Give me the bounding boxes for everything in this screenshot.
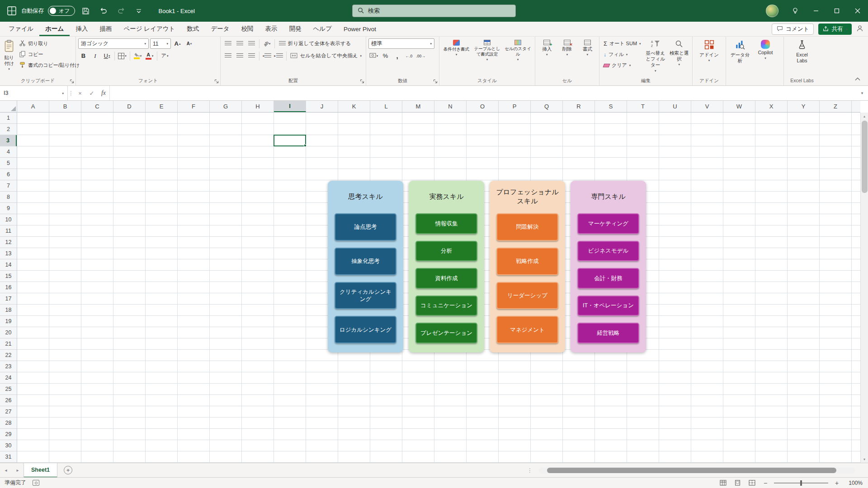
decrease-decimal-button[interactable]: .00→ bbox=[415, 51, 426, 61]
page-layout-view-button[interactable] bbox=[732, 479, 742, 488]
skill-box-specialized-1[interactable]: ビジネスモデル bbox=[577, 241, 639, 262]
underline-button[interactable]: U▾ bbox=[102, 51, 112, 61]
fill-handle[interactable] bbox=[304, 144, 307, 147]
row-header-26[interactable]: 26 bbox=[0, 395, 17, 406]
column-header-E[interactable]: E bbox=[146, 101, 178, 112]
autosave-toggle[interactable]: オフ bbox=[48, 6, 75, 16]
column-header-A[interactable]: A bbox=[17, 101, 49, 112]
column-header-D[interactable]: D bbox=[113, 101, 146, 112]
horizontal-scrollbar-thumb[interactable] bbox=[547, 468, 836, 473]
name-box[interactable]: I3 ▾ bbox=[0, 86, 68, 100]
row-header-13[interactable]: 13 bbox=[0, 248, 17, 259]
find-select-button[interactable]: 検索と選択 ▾ bbox=[668, 38, 690, 67]
italic-button[interactable]: I bbox=[90, 51, 100, 61]
increase-decimal-button[interactable]: ←.0 bbox=[404, 51, 414, 61]
column-header-J[interactable]: J bbox=[306, 101, 338, 112]
row-header-1[interactable]: 1 bbox=[0, 113, 17, 124]
row-header-24[interactable]: 24 bbox=[0, 372, 17, 384]
clipboard-dialog-launcher[interactable] bbox=[69, 79, 74, 84]
quick-access-toolbar-dropdown[interactable] bbox=[132, 4, 146, 18]
scroll-up-icon[interactable]: ▴ bbox=[861, 113, 868, 120]
column-header-S[interactable]: S bbox=[595, 101, 627, 112]
insert-cells-button[interactable]: + 挿入 ▾ bbox=[538, 38, 557, 57]
search-box[interactable]: 検索 bbox=[352, 5, 516, 17]
font-name-select[interactable]: 游ゴシック ▾ bbox=[78, 38, 149, 49]
skill-box-specialized-4[interactable]: 経営戦略 bbox=[577, 323, 639, 343]
align-middle-button[interactable] bbox=[235, 38, 245, 49]
skill-box-professional-2[interactable]: リーダーシップ bbox=[496, 282, 558, 310]
column-header-P[interactable]: P bbox=[499, 101, 531, 112]
tab-power-pivot[interactable]: Power Pivot bbox=[338, 22, 382, 36]
skill-box-practical-2[interactable]: 資料作成 bbox=[415, 268, 477, 289]
orientation-button[interactable]: ab▾ bbox=[262, 38, 272, 49]
name-box-resize-handle[interactable]: ⋮ bbox=[68, 86, 74, 100]
skill-box-professional-0[interactable]: 問題解決 bbox=[496, 213, 558, 241]
column-header-Z[interactable]: Z bbox=[820, 101, 852, 112]
row-header-21[interactable]: 21 bbox=[0, 338, 17, 350]
redo-button[interactable] bbox=[114, 4, 128, 18]
formula-bar-expand-button[interactable]: ▾ bbox=[856, 86, 868, 100]
insert-function-button[interactable]: fx bbox=[98, 86, 109, 100]
increase-indent-button[interactable]: ▸ bbox=[274, 51, 284, 61]
excel-labs-button[interactable]: Excel Labs bbox=[791, 38, 813, 65]
row-header-2[interactable]: 2 bbox=[0, 124, 17, 135]
sort-filter-button[interactable]: AZ 並べ替えとフィルター ▾ bbox=[644, 38, 667, 74]
skill-box-professional-1[interactable]: 戦略作成 bbox=[496, 248, 558, 275]
feedback-lightbulb-icon[interactable] bbox=[785, 0, 806, 22]
decrease-indent-button[interactable]: ◂ bbox=[262, 51, 272, 61]
undo-button[interactable] bbox=[97, 4, 110, 18]
skill-box-thinking-1[interactable]: 抽象化思考 bbox=[335, 248, 396, 275]
row-header-10[interactable]: 10 bbox=[0, 214, 17, 225]
maximize-button[interactable] bbox=[826, 0, 847, 22]
column-header-I[interactable]: I bbox=[274, 101, 306, 112]
accounting-format-button[interactable]: ▾ bbox=[368, 51, 379, 61]
number-format-select[interactable]: 標準 ▾ bbox=[368, 38, 434, 49]
tab-developer[interactable]: 開発 bbox=[283, 22, 307, 36]
row-header-20[interactable]: 20 bbox=[0, 327, 17, 338]
format-cells-button[interactable]: 書式 ▾ bbox=[578, 38, 597, 57]
tab-page-layout[interactable]: ページ レイアウト bbox=[118, 22, 181, 36]
copilot-button[interactable]: Copilot ▾ bbox=[753, 38, 778, 61]
skill-box-practical-3[interactable]: コミュニケーション bbox=[415, 296, 477, 316]
skill-box-thinking-2[interactable]: クリティカルシンキング bbox=[335, 282, 396, 310]
tab-draw[interactable]: 描画 bbox=[94, 22, 118, 36]
format-as-table-button[interactable]: テーブルとして書式設定 ▾ bbox=[472, 38, 502, 62]
align-top-button[interactable] bbox=[223, 38, 233, 49]
row-header-3[interactable]: 3 bbox=[0, 135, 17, 146]
tab-home[interactable]: ホーム bbox=[39, 22, 70, 36]
column-header-R[interactable]: R bbox=[563, 101, 595, 112]
skill-box-practical-1[interactable]: 分析 bbox=[415, 241, 477, 262]
addins-button[interactable]: アドイン ▾ bbox=[698, 38, 721, 63]
select-all-button[interactable] bbox=[0, 101, 17, 113]
row-header-4[interactable]: 4 bbox=[0, 146, 17, 158]
tab-file[interactable]: ファイル bbox=[3, 22, 39, 36]
zoom-out-button[interactable]: − bbox=[761, 479, 769, 487]
sheet-nav-left-icon[interactable]: ◂ bbox=[0, 463, 12, 478]
skill-box-thinking-3[interactable]: ロジカルシンキング bbox=[335, 316, 396, 343]
fill-button[interactable]: ↓ フィル ▾ bbox=[602, 49, 642, 60]
excel-app-icon[interactable] bbox=[6, 5, 17, 16]
align-right-button[interactable] bbox=[246, 51, 257, 61]
column-header-V[interactable]: V bbox=[691, 101, 723, 112]
skill-panel-professional[interactable]: プロフェッショナルスキル問題解決戦略作成リーダーシップマネジメント bbox=[490, 181, 565, 352]
row-header-6[interactable]: 6 bbox=[0, 169, 17, 180]
skill-box-specialized-0[interactable]: マーケティング bbox=[577, 213, 639, 234]
row-header-22[interactable]: 22 bbox=[0, 350, 17, 361]
scroll-down-icon[interactable]: ▾ bbox=[861, 455, 868, 463]
sheet-tab-Sheet1[interactable]: Sheet1 bbox=[24, 463, 57, 478]
font-dialog-launcher[interactable] bbox=[214, 79, 219, 84]
column-header-B[interactable]: B bbox=[49, 101, 81, 112]
row-header-15[interactable]: 15 bbox=[0, 271, 17, 282]
zoom-slider[interactable] bbox=[774, 483, 828, 483]
row-header-31[interactable]: 31 bbox=[0, 451, 17, 463]
zoom-slider-thumb[interactable] bbox=[800, 480, 802, 486]
row-header-19[interactable]: 19 bbox=[0, 316, 17, 327]
skill-panel-specialized[interactable]: 専門スキルマーケティングビジネスモデル会計・財務IT・オペレーション経営戦略 bbox=[571, 181, 646, 352]
row-header-12[interactable]: 12 bbox=[0, 237, 17, 248]
tab-help[interactable]: ヘルプ bbox=[307, 22, 338, 36]
zoom-level-label[interactable]: 100% bbox=[845, 480, 863, 486]
collapse-ribbon-button[interactable] bbox=[853, 75, 863, 83]
user-avatar[interactable] bbox=[766, 5, 778, 17]
number-dialog-launcher[interactable] bbox=[433, 79, 438, 84]
skill-box-practical-0[interactable]: 情報収集 bbox=[415, 213, 477, 234]
